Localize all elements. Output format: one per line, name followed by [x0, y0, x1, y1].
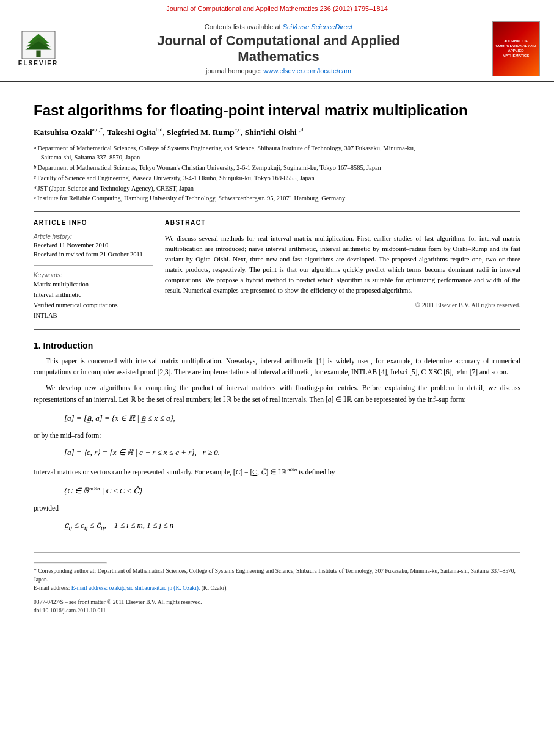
sciverse-link[interactable]: SciVerse ScienceDirect [283, 23, 353, 31]
article-info-label: ARTICLE INFO [34, 219, 153, 228]
copyright-line: © 2011 Elsevier B.V. All rights reserved… [165, 302, 520, 308]
intro-para2: We develop new algorithms for computing … [34, 382, 520, 405]
keywords-label: Keywords: [34, 272, 153, 278]
article-info-col: ARTICLE INFO Article history: Received 1… [34, 219, 153, 321]
abstract-label: ABSTRACT [165, 219, 520, 228]
affil-e: e Institute for Reliable Computing, Hamb… [34, 194, 520, 203]
journal-title-section: Contents lists available at SciVerse Sci… [73, 21, 484, 76]
affiliations: a Department of Mathematical Sciences, C… [34, 144, 520, 204]
homepage-link[interactable]: www.elsevier.com/locate/cam [263, 67, 351, 75]
elsevier-wordmark: ELSEVIER [18, 60, 58, 67]
tree-icon [20, 31, 57, 59]
affil-c: c Faculty of Science and Engineering, Wa… [34, 173, 520, 183]
journal-homepage: journal homepage: www.elsevier.com/locat… [206, 67, 351, 75]
history-label: Article history: [34, 233, 153, 240]
journal-header: ELSEVIER Contents lists available at Sci… [0, 16, 554, 82]
math-element: c̲ij ≤ cij ≤ c̄ij, 1 ≤ i ≤ m, 1 ≤ j ≤ n [64, 518, 520, 534]
contents-text: Contents lists available at [205, 23, 283, 31]
footnote-separator [34, 562, 107, 564]
journal-cover: JOURNAL OFCOMPUTATIONAL ANDAPPLIEDMATHEM… [492, 21, 540, 76]
info-abstract-section: ARTICLE INFO Article history: Received 1… [34, 219, 520, 321]
affil-b: b Department of Mathematical Sciences, T… [34, 163, 520, 173]
main-content: Fast algorithms for floating-point inter… [0, 82, 554, 627]
footnote-email: E-mail address: E-mail address: ozaki@si… [34, 584, 520, 592]
abstract-col: ABSTRACT We discuss several methods for … [165, 219, 520, 321]
intro-para3: Interval matrices or vectors can be repr… [34, 465, 520, 478]
email-link[interactable]: E-mail address: ozaki@sic.shibaura-it.ac… [71, 585, 200, 591]
cover-image-section: JOURNAL OFCOMPUTATIONAL ANDAPPLIEDMATHEM… [490, 21, 542, 76]
cover-text: JOURNAL OFCOMPUTATIONAL ANDAPPLIEDMATHEM… [495, 39, 536, 58]
footnote-doi: doi:10.1016/j.cam.2011.10.011 [34, 606, 520, 615]
footer-section: * Corresponding author at: Department of… [34, 552, 520, 615]
keyword-1: Matrix multiplication [34, 280, 153, 290]
math-midrad: [a] = ⟨c, r⟩ = {x ∈ ℝ | c − r ≤ x ≤ c + … [64, 445, 520, 459]
author-1: Katsuhisa Ozaki [34, 127, 92, 136]
math-infsup: [a] = [a̲, ā] = {x ∈ ℝ | a̲ ≤ x ≤ ā}, [64, 411, 520, 425]
provided-line: provided [34, 504, 520, 512]
elsevier-logo: ELSEVIER [12, 27, 64, 70]
sciverse-line: Contents lists available at SciVerse Sci… [205, 23, 352, 31]
keyword-2: Interval arithmetic [34, 290, 153, 300]
affil-a: a Department of Mathematical Sciences, C… [34, 144, 520, 163]
keyword-4: INTLAB [34, 311, 153, 321]
author-4: Shin'ichi Oishi [245, 127, 297, 136]
footnote-issn: 0377-0427/$ – see front matter © 2011 El… [34, 598, 520, 606]
received-1: Received 11 November 2010 Received in re… [34, 241, 153, 259]
logo-section: ELSEVIER [12, 21, 67, 76]
keyword-3: Verified numerical computations [34, 300, 153, 311]
or-line: or by the mid–rad form: [34, 432, 520, 439]
body-separator [34, 329, 520, 330]
svg-rect-1 [36, 51, 40, 57]
article-title: Fast algorithms for floating-point inter… [34, 102, 520, 120]
intro-para1: This paper is concerned with interval ma… [34, 355, 520, 378]
journal-title: Journal of Computational and Applied Mat… [157, 33, 400, 65]
footnote-star: * Corresponding author at: Department of… [34, 567, 520, 584]
affil-d: d JST (Japan Science and Technology Agen… [34, 184, 520, 194]
math-set: {C ∈ ℝm×n | C ≤ C ≤ C̄} [64, 484, 520, 498]
top-bar: Journal of Computational and Applied Mat… [0, 0, 554, 16]
author-2: Takeshi Ogita [107, 127, 156, 136]
author-3: Siegfried M. Rump [167, 127, 235, 136]
main-separator [34, 211, 520, 212]
authors-line: Katsuhisa Ozakia,d,*, Takeshi Ogitab,d, … [34, 126, 520, 139]
abstract-text: We discuss several methods for real inte… [165, 233, 520, 296]
intro-heading: 1. Introduction [34, 341, 520, 351]
journal-citation: Journal of Computational and Applied Mat… [166, 5, 388, 12]
info-separator [34, 265, 153, 266]
